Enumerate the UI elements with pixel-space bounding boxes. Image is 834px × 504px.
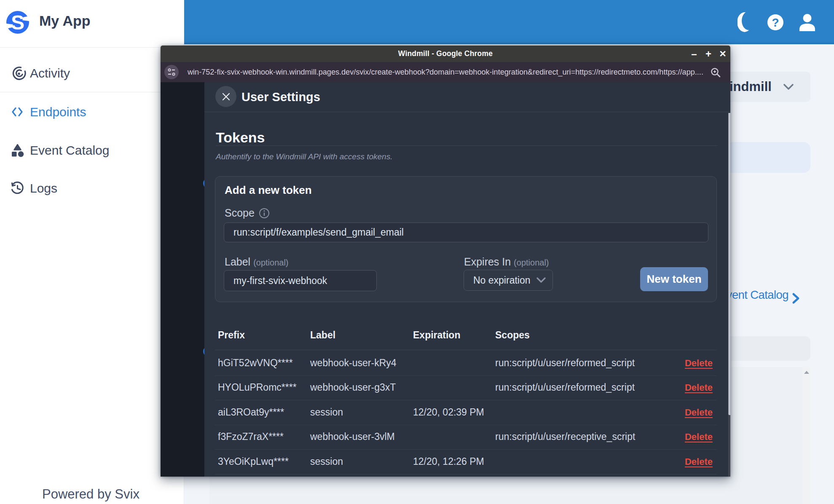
svg-text:?: ? xyxy=(772,16,779,29)
svg-text:S: S xyxy=(11,11,24,34)
